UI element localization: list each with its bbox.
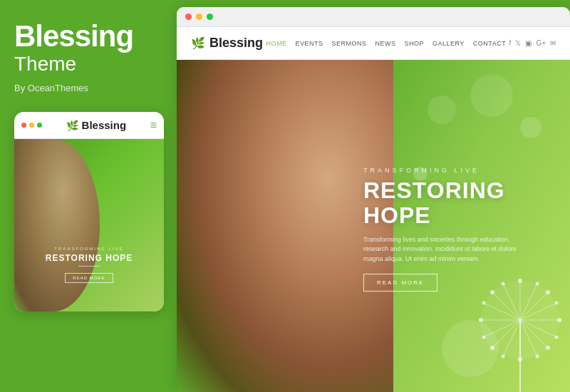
browser-dot-green[interactable]: [207, 14, 213, 20]
theme-title: Blessing: [14, 21, 133, 51]
facebook-icon[interactable]: f: [509, 39, 512, 47]
svg-point-29: [555, 301, 559, 305]
hero-text-block: TRANSFORMING LIVE RESTORING HOPE Transfo…: [363, 167, 549, 292]
site-social: f 𝕏 ▣ G+ ✉: [509, 39, 556, 47]
site-header: 🌿 Blessing HOME EVENTS SERMONS NEWS SHOP…: [177, 27, 570, 60]
mobile-hero-divider: [78, 266, 100, 267]
hero-person-image: [177, 60, 393, 392]
svg-point-30: [482, 336, 486, 339]
mobile-hero-title: RESTORING HOPE: [20, 253, 158, 263]
svg-point-28: [482, 301, 486, 305]
left-panel: Blessing Theme By OceanThemes 🌿 Blessing…: [0, 0, 177, 392]
svg-point-25: [546, 346, 550, 350]
svg-point-32: [502, 355, 505, 359]
browser-dot-yellow[interactable]: [196, 14, 202, 20]
site-logo-text: Blessing: [209, 36, 263, 51]
mobile-logo: 🌿 Blessing: [66, 119, 127, 131]
site-leaf-icon: 🌿: [191, 36, 205, 50]
mobile-dot-green: [37, 123, 42, 128]
google-plus-icon[interactable]: G+: [536, 39, 546, 47]
nav-home[interactable]: HOME: [266, 40, 286, 47]
nav-contact[interactable]: CONTACT: [473, 40, 506, 47]
theme-author: By OceanThemes: [14, 83, 88, 93]
hero-description: Transforming lives and societies through…: [363, 235, 520, 264]
svg-point-20: [479, 318, 483, 322]
nav-events[interactable]: EVENTS: [295, 40, 323, 47]
svg-point-24: [490, 346, 494, 350]
bokeh-1: [470, 74, 513, 117]
mobile-dots: [21, 123, 42, 128]
svg-point-33: [536, 355, 539, 359]
browser-dot-red[interactable]: [185, 14, 192, 20]
mobile-hero-person: [14, 139, 100, 311]
svg-point-19: [518, 357, 522, 361]
mobile-dot-red: [21, 123, 26, 128]
svg-point-31: [555, 336, 559, 339]
bokeh-2: [520, 117, 542, 138]
twitter-icon[interactable]: 𝕏: [515, 39, 521, 47]
mobile-hero-sup: TRANSFORMING LIVE: [20, 247, 158, 251]
hero-sup-text: TRANSFORMING LIVE: [363, 167, 549, 174]
rss-icon[interactable]: ▣: [525, 39, 532, 47]
mobile-leaf-icon: 🌿: [66, 120, 78, 131]
site-logo: 🌿 Blessing: [191, 36, 263, 51]
mobile-menu-icon[interactable]: ≡: [150, 119, 157, 132]
nav-news[interactable]: NEWS: [375, 40, 395, 47]
site-hero: TRANSFORMING LIVE RESTORING HOPE Transfo…: [177, 60, 570, 392]
mobile-hero: TRANSFORMING LIVE RESTORING HOPE READ MO…: [14, 139, 164, 311]
theme-subtitle: Theme: [14, 53, 76, 76]
nav-shop[interactable]: SHOP: [404, 40, 424, 47]
bokeh-5: [428, 96, 456, 124]
hero-main-title: RESTORING HOPE: [363, 178, 549, 228]
mobile-mockup: 🌿 Blessing ≡ TRANSFORMING LIVE RESTORING…: [14, 112, 164, 311]
email-icon[interactable]: ✉: [550, 39, 556, 47]
mobile-dot-yellow: [29, 123, 34, 128]
browser-chrome: [177, 7, 570, 27]
mobile-hero-text: TRANSFORMING LIVE RESTORING HOPE READ MO…: [14, 247, 164, 283]
main-mockup: 🌿 Blessing HOME EVENTS SERMONS NEWS SHOP…: [177, 7, 570, 392]
nav-sermons[interactable]: SERMONS: [331, 40, 366, 47]
nav-gallery[interactable]: GALLERY: [432, 40, 465, 47]
mobile-header: 🌿 Blessing ≡: [14, 112, 164, 139]
hero-read-more-button[interactable]: READ MORE: [363, 274, 437, 292]
svg-point-21: [557, 318, 561, 322]
mobile-read-more-button[interactable]: READ MORE: [65, 273, 113, 283]
site-nav: HOME EVENTS SERMONS NEWS SHOP GALLERY CO…: [266, 40, 506, 47]
